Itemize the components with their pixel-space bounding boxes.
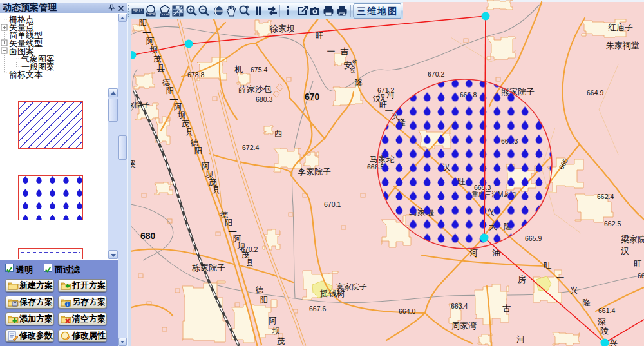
svg-text:朱家祠堂: 朱家祠堂 <box>606 41 639 50</box>
svg-text:汉: 汉 <box>621 246 629 256</box>
svg-text:阳: 阳 <box>166 86 175 95</box>
svg-text:德: 德 <box>162 78 171 87</box>
svg-text:旺: 旺 <box>316 31 324 41</box>
svg-text:薛家沙包: 薛家沙包 <box>238 84 272 94</box>
svg-text:陵: 陵 <box>600 326 609 336</box>
svg-text:吉: 吉 <box>341 46 349 56</box>
svg-text:667.6: 667.6 <box>309 305 326 312</box>
svg-text:县: 县 <box>246 258 254 267</box>
svg-text:一: 一 <box>327 46 336 56</box>
svg-text:德: 德 <box>256 285 264 294</box>
svg-text:670.1: 670.1 <box>324 200 341 208</box>
svg-text:周家湾: 周家湾 <box>451 321 477 331</box>
svg-text:茂: 茂 <box>182 119 190 128</box>
svg-text:河: 河 <box>469 248 478 258</box>
svg-text:665.9: 665.9 <box>525 235 542 242</box>
svg-text:李家院子: 李家院子 <box>298 167 331 177</box>
svg-text:兴: 兴 <box>570 286 578 295</box>
svg-text:河: 河 <box>516 334 525 344</box>
svg-text:662.4: 662.4 <box>597 193 614 200</box>
svg-text:隆: 隆 <box>583 298 591 307</box>
svg-text:隆: 隆 <box>355 78 363 88</box>
svg-text:坝: 坝 <box>272 327 281 336</box>
svg-text:阳: 阳 <box>260 296 269 305</box>
svg-text:县: 县 <box>185 128 194 137</box>
svg-text:664.9: 664.9 <box>587 89 603 97</box>
svg-text:徐家坝: 徐家坝 <box>270 24 295 34</box>
svg-text:664.0: 664.0 <box>399 307 415 315</box>
svg-text:—: — <box>143 28 151 37</box>
svg-text:茂: 茂 <box>153 55 162 64</box>
svg-text:662.5: 662.5 <box>604 220 621 227</box>
svg-text:阳: 阳 <box>225 218 233 227</box>
svg-text:—: — <box>264 306 272 315</box>
svg-text:阳: 阳 <box>139 19 147 28</box>
svg-text:县: 县 <box>213 186 221 195</box>
svg-text:680: 680 <box>140 231 156 241</box>
svg-text:红庙子: 红庙子 <box>608 23 633 32</box>
svg-text:阿: 阿 <box>202 162 210 171</box>
svg-text:栋家院子: 栋家院子 <box>192 263 225 273</box>
svg-text:河: 河 <box>386 90 395 99</box>
svg-text:房: 房 <box>518 274 526 284</box>
svg-text:670: 670 <box>305 91 320 102</box>
svg-text:坝: 坝 <box>177 111 186 120</box>
svg-text:661.4: 661.4 <box>598 307 615 314</box>
svg-text:摇钱树: 摇钱树 <box>319 289 345 298</box>
svg-text:梁家院: 梁家院 <box>621 235 644 244</box>
svg-text:678.8: 678.8 <box>187 71 204 79</box>
svg-text:阿: 阿 <box>174 102 182 111</box>
svg-text:旺: 旺 <box>544 261 552 270</box>
svg-text:茂: 茂 <box>277 337 285 346</box>
svg-text:一: 一 <box>556 273 565 282</box>
svg-text:汉: 汉 <box>377 93 386 102</box>
svg-text:670.2: 670.2 <box>428 70 444 78</box>
svg-text:670.2: 670.2 <box>241 245 258 253</box>
svg-text:675.4: 675.4 <box>251 66 267 73</box>
svg-text:阿: 阿 <box>146 37 155 46</box>
svg-text:672.4: 672.4 <box>242 144 259 151</box>
svg-text:66: 66 <box>638 272 644 280</box>
svg-text:阿: 阿 <box>269 316 277 325</box>
svg-text:深: 深 <box>597 317 606 327</box>
svg-text:680.3: 680.3 <box>256 95 272 103</box>
svg-text:663.4: 663.4 <box>451 302 468 310</box>
svg-text:机: 机 <box>234 64 243 74</box>
svg-text:古: 古 <box>502 303 511 313</box>
svg-text:西: 西 <box>274 128 283 138</box>
svg-text:县: 县 <box>157 64 166 73</box>
svg-text:旺: 旺 <box>634 259 642 269</box>
svg-text:油: 油 <box>492 248 500 258</box>
